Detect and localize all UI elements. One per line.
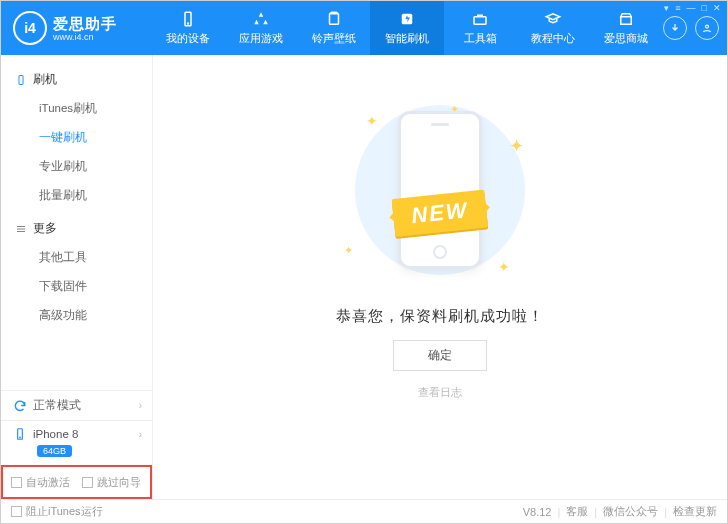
mode-label: 正常模式 bbox=[33, 398, 139, 413]
checkbox-label: 自动激活 bbox=[26, 475, 70, 490]
footer-bar: 阻止iTunes运行 V8.12 | 客服 | 微信公众号 | 检查更新 bbox=[1, 499, 727, 523]
sidebar-section-flash[interactable]: 刷机 bbox=[1, 65, 152, 94]
svg-point-6 bbox=[706, 25, 709, 28]
star-icon: ✦ bbox=[498, 259, 510, 275]
nav-label: 应用游戏 bbox=[239, 31, 283, 46]
svg-rect-5 bbox=[621, 17, 632, 25]
chevron-right-icon: › bbox=[139, 429, 142, 440]
sidebar-item-advanced[interactable]: 高级功能 bbox=[1, 301, 152, 330]
top-nav: 我的设备 应用游戏 铃声壁纸 智能刷机 工具箱 教程中心 bbox=[151, 1, 663, 55]
user-button[interactable] bbox=[695, 16, 719, 40]
sidebar: 刷机 iTunes刷机 一键刷机 专业刷机 批量刷机 更多 其他工具 下载固件 … bbox=[1, 55, 153, 499]
nav-my-device[interactable]: 我的设备 bbox=[151, 1, 224, 55]
bottom-options-highlighted: 自动激活 跳过向导 bbox=[1, 465, 152, 499]
win-btn[interactable]: □ bbox=[702, 3, 707, 13]
sidebar-item-itunes-flash[interactable]: iTunes刷机 bbox=[1, 94, 152, 123]
sidebar-item-download-firmware[interactable]: 下载固件 bbox=[1, 272, 152, 301]
chevron-right-icon: › bbox=[139, 400, 142, 411]
shop-icon bbox=[617, 10, 635, 28]
app-window: ▾ ≡ — □ ✕ i4 爱思助手 www.i4.cn 我的设备 应用游戏 bbox=[0, 0, 728, 524]
footer-link-support[interactable]: 客服 bbox=[566, 504, 588, 519]
edu-icon bbox=[544, 10, 562, 28]
mode-selector[interactable]: 正常模式 › bbox=[1, 390, 152, 420]
checkbox-block-itunes[interactable]: 阻止iTunes运行 bbox=[11, 504, 103, 519]
nav-toolbox[interactable]: 工具箱 bbox=[444, 1, 517, 55]
nav-label: 智能刷机 bbox=[385, 31, 429, 46]
nav-label: 教程中心 bbox=[531, 31, 575, 46]
device-storage-badge: 64GB bbox=[37, 445, 72, 457]
download-button[interactable] bbox=[663, 16, 687, 40]
sidebar-section-more[interactable]: 更多 bbox=[1, 214, 152, 243]
view-log-link[interactable]: 查看日志 bbox=[418, 385, 462, 400]
device-icon bbox=[179, 10, 197, 28]
nav-label: 工具箱 bbox=[464, 31, 497, 46]
sidebar-item-batch-flash[interactable]: 批量刷机 bbox=[1, 181, 152, 210]
header-bar: ▾ ≡ — □ ✕ i4 爱思助手 www.i4.cn 我的设备 应用游戏 bbox=[1, 1, 727, 55]
more-icon bbox=[15, 223, 27, 235]
phone-icon bbox=[15, 74, 27, 86]
checkbox-box bbox=[82, 477, 93, 488]
nav-smart-flash[interactable]: 智能刷机 bbox=[370, 1, 443, 55]
nav-ringtones[interactable]: 铃声壁纸 bbox=[297, 1, 370, 55]
win-btn[interactable]: ✕ bbox=[713, 3, 721, 13]
nav-shop[interactable]: 爱思商城 bbox=[590, 1, 663, 55]
sidebar-item-oneclick-flash[interactable]: 一键刷机 bbox=[1, 123, 152, 152]
sidebar-section-label: 更多 bbox=[33, 220, 57, 237]
svg-point-1 bbox=[187, 23, 188, 24]
main-content: ✦ ✦ ✦ ✦ ✦ NEW 恭喜您，保资料刷机成功啦！ 确定 查看日志 bbox=[153, 55, 727, 499]
svg-rect-2 bbox=[329, 14, 338, 25]
refresh-icon bbox=[13, 399, 27, 413]
device-info[interactable]: iPhone 8 › 64GB bbox=[1, 420, 152, 465]
checkbox-auto-activate[interactable]: 自动激活 bbox=[11, 475, 70, 490]
music-icon bbox=[325, 10, 343, 28]
body: 刷机 iTunes刷机 一键刷机 专业刷机 批量刷机 更多 其他工具 下载固件 … bbox=[1, 55, 727, 499]
nav-label: 铃声壁纸 bbox=[312, 31, 356, 46]
win-btn[interactable]: ▾ bbox=[664, 3, 669, 13]
win-btn[interactable]: ≡ bbox=[675, 3, 680, 13]
phone-icon bbox=[13, 427, 27, 441]
nav-apps[interactable]: 应用游戏 bbox=[224, 1, 297, 55]
nav-label: 我的设备 bbox=[166, 31, 210, 46]
sidebar-item-pro-flash[interactable]: 专业刷机 bbox=[1, 152, 152, 181]
checkbox-label: 跳过向导 bbox=[97, 475, 141, 490]
sidebar-section-label: 刷机 bbox=[33, 71, 57, 88]
nav-tutorials[interactable]: 教程中心 bbox=[517, 1, 590, 55]
star-icon: ✦ bbox=[344, 244, 353, 257]
app-url: www.i4.cn bbox=[53, 32, 117, 42]
footer-link-wechat[interactable]: 微信公众号 bbox=[603, 504, 658, 519]
checkbox-box bbox=[11, 477, 22, 488]
version-label: V8.12 bbox=[523, 506, 552, 518]
star-icon: ✦ bbox=[366, 113, 378, 129]
logo-icon: i4 bbox=[13, 11, 47, 45]
svg-rect-7 bbox=[19, 75, 23, 84]
svg-rect-4 bbox=[474, 17, 486, 25]
nav-label: 爱思商城 bbox=[604, 31, 648, 46]
checkbox-skip-guide[interactable]: 跳过向导 bbox=[82, 475, 141, 490]
svg-point-9 bbox=[20, 437, 21, 438]
win-btn[interactable]: — bbox=[687, 3, 696, 13]
success-message: 恭喜您，保资料刷机成功啦！ bbox=[336, 307, 544, 326]
app-logo: i4 爱思助手 www.i4.cn bbox=[1, 11, 151, 45]
flash-icon bbox=[398, 10, 416, 28]
ok-button[interactable]: 确定 bbox=[393, 340, 487, 371]
checkbox-box bbox=[11, 506, 22, 517]
apps-icon bbox=[252, 10, 270, 28]
checkbox-label: 阻止iTunes运行 bbox=[26, 504, 103, 519]
sidebar-item-other-tools[interactable]: 其他工具 bbox=[1, 243, 152, 272]
device-name: iPhone 8 bbox=[33, 428, 78, 440]
star-icon: ✦ bbox=[509, 135, 524, 157]
header-right bbox=[663, 16, 727, 40]
success-illustration: ✦ ✦ ✦ ✦ ✦ NEW bbox=[330, 95, 550, 285]
toolbox-icon bbox=[471, 10, 489, 28]
window-controls: ▾ ≡ — □ ✕ bbox=[664, 3, 721, 13]
footer-link-update[interactable]: 检查更新 bbox=[673, 504, 717, 519]
